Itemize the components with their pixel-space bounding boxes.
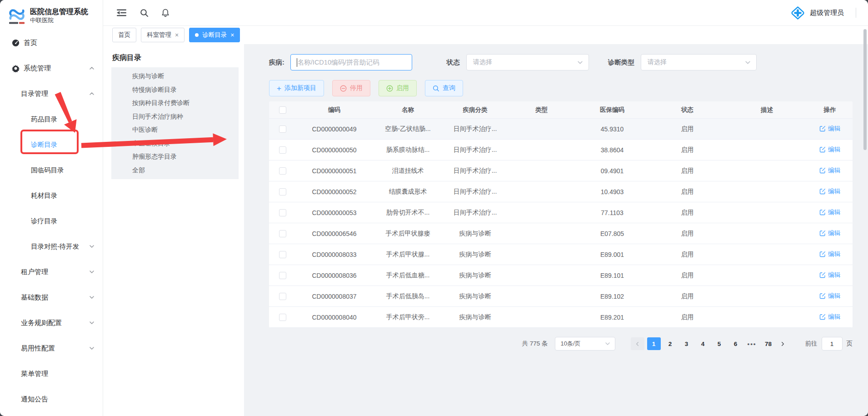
row-checkbox[interactable] [279,146,286,154]
sidebar: 医院信息管理系统 中联医院 首页系统管理目录管理药品目录诊断目录国临码目录耗材目… [0,0,103,416]
collapse-sidebar-icon[interactable] [117,9,127,17]
sidebar-item-2[interactable]: 目录管理 [0,81,103,106]
plus-icon: + [277,85,281,92]
query-button[interactable]: 查询 [425,80,463,96]
cell-category: 疾病与诊断 [444,271,507,280]
catalog-item-7[interactable]: 全部 [111,164,239,177]
edit-icon [819,314,826,320]
vertical-scrollbar[interactable] [863,29,867,150]
sidebar-item-9[interactable]: 租户管理 [0,259,103,285]
page-size-select[interactable]: 10条/页 [555,337,615,351]
next-page-button[interactable] [777,337,789,350]
catalog-item-1[interactable]: 特慢病诊断目录 [111,83,239,97]
sidebar-item-4[interactable]: 诊断目录 [0,132,103,157]
filter-row: 疾病: 状态 请选择 诊断类型 请选择 [269,54,853,70]
catalog-item-6[interactable]: 肿瘤形态学目录 [111,150,239,164]
edit-button[interactable]: 编辑 [819,250,840,258]
cell-category: 疾病与诊断 [444,230,507,238]
page-button-4[interactable]: 4 [696,337,710,350]
row-checkbox[interactable] [279,272,286,279]
tab-bar: 首页科室管理×诊断目录× [103,26,868,44]
chevron-down-icon [89,244,95,249]
edit-button[interactable]: 编辑 [819,166,840,175]
cell-code: CD0000006546 [296,230,372,237]
goto-page-input[interactable] [822,337,843,351]
row-checkbox[interactable] [279,209,286,216]
user-menu[interactable]: 超级管理员 [790,5,844,20]
cell-status: 启用 [648,167,727,175]
tab-0[interactable]: 首页 [112,28,136,42]
sidebar-item-10[interactable]: 基础数据 [0,285,103,310]
page-button-6[interactable]: 6 [729,337,743,350]
cell-insurance_code: 38.8604 [576,146,648,154]
edit-button[interactable]: 编辑 [819,208,840,216]
edit-button[interactable]: 编辑 [819,187,840,195]
disable-button[interactable]: 停用 [332,80,370,96]
hospital-name: 中联医院 [30,17,88,24]
row-checkbox[interactable] [279,125,286,133]
cell-insurance_code: E89.201 [576,314,648,321]
catalog-item-2[interactable]: 按病种目录付费诊断 [111,96,239,110]
cell-status: 启用 [648,271,727,280]
diagnosis-type-select[interactable]: 请选择 [641,54,757,70]
page-button-5[interactable]: 5 [713,337,726,350]
catalog-item-5[interactable]: 中医证候目录 [111,137,239,150]
sidebar-item-7[interactable]: 诊疗目录 [0,208,103,234]
sidebar-item-0[interactable]: 首页 [0,30,103,55]
page-button-1[interactable]: 1 [647,337,661,350]
sidebar-item-1[interactable]: 系统管理 [0,55,103,81]
chevron-down-icon [745,60,751,65]
page-button-2[interactable]: 2 [663,337,677,350]
catalog-item-0[interactable]: 疾病与诊断 [111,70,239,83]
sidebar-item-8[interactable]: 目录对照-待开发 [0,234,103,259]
row-checkbox[interactable] [279,230,286,237]
disease-search-input[interactable] [291,59,412,66]
sidebar-item-11[interactable]: 业务规则配置 [0,310,103,336]
row-checkbox[interactable] [279,188,286,195]
edit-button[interactable]: 编辑 [819,292,840,300]
edit-button[interactable]: 编辑 [819,125,840,133]
sidebar-item-13[interactable]: 菜单管理 [0,361,103,386]
table-row: CD0000000052结膜囊成形术日间手术治疗...10.4903启用编辑 [269,181,853,202]
tab-2[interactable]: 诊断目录× [189,28,240,42]
row-checkbox[interactable] [279,167,286,175]
status-select[interactable]: 请选择 [466,54,589,70]
chevron-up-icon [89,91,95,96]
page-button-3[interactable]: 3 [680,337,693,350]
select-all-checkbox[interactable] [279,106,286,114]
sidebar-item-label: 系统管理 [24,64,51,73]
row-checkbox[interactable] [279,293,286,300]
sidebar-item-6[interactable]: 耗材目录 [0,183,103,208]
sidebar-item-label: 租户管理 [21,268,48,276]
column-header-0: 编码 [296,106,372,114]
cell-name: 手术后甲状腺... [372,251,444,259]
edit-button[interactable]: 编辑 [819,271,840,279]
enable-button[interactable]: 启用 [379,80,417,96]
cell-name: 结膜囊成形术 [372,188,444,196]
sidebar-item-3[interactable]: 药品目录 [0,106,103,132]
row-checkbox[interactable] [279,314,286,321]
edit-button[interactable]: 编辑 [819,313,840,321]
close-tab-icon[interactable]: × [175,32,179,38]
notification-bell-icon[interactable] [161,8,170,18]
tab-1[interactable]: 科室管理× [141,28,185,42]
diagnosis-table: 编码名称疾病分类类型医保编码状态描述操作 CD0000000049空肠-乙状结肠… [269,101,853,328]
prev-page-button[interactable] [631,337,644,350]
page-button-78[interactable]: 78 [762,337,775,350]
sidebar-item-14[interactable]: 通知公告 [0,386,103,412]
close-tab-icon[interactable]: × [230,32,234,38]
cell-insurance_code: E07.805 [576,230,648,237]
edit-button[interactable]: 编辑 [819,229,840,237]
edit-button[interactable]: 编辑 [819,145,840,154]
catalog-item-4[interactable]: 中医诊断 [111,123,239,137]
more-pages[interactable]: ••• [745,337,759,350]
table-row: CD0000008036手术后低血糖...疾病与诊断E89.101启用编辑 [269,265,853,286]
add-item-button[interactable]: + 添加新项目 [269,80,324,96]
cell-category: 日间手术治疗... [444,188,507,196]
sidebar-item-12[interactable]: 易用性配置 [0,336,103,361]
row-checkbox[interactable] [279,251,286,258]
catalog-item-3[interactable]: 日间手术治疗病种 [111,110,239,124]
search-icon[interactable] [140,8,149,18]
cell-category: 日间手术治疗... [444,146,507,154]
sidebar-item-5[interactable]: 国临码目录 [0,157,103,183]
